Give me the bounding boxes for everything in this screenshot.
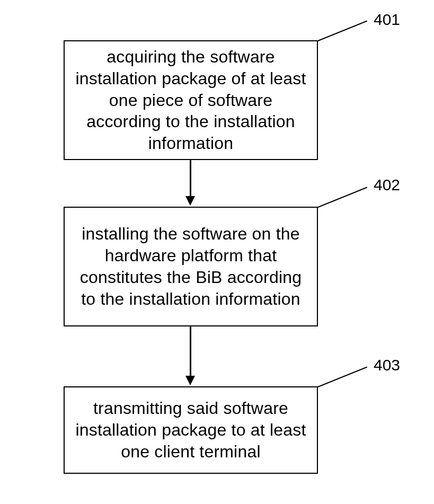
flow-step-402-text: installing the software on the hardware …	[74, 223, 307, 310]
flow-step-403: transmitting said software installation …	[64, 386, 318, 474]
leader-line-402	[318, 187, 367, 208]
arrow-2-stem	[190, 326, 191, 377]
flowchart-canvas: acquiring the software installation pack…	[0, 0, 434, 504]
leader-line-401	[318, 21, 367, 41]
flow-step-401: acquiring the software installation pack…	[64, 40, 318, 160]
flow-step-403-text: transmitting said software installation …	[74, 397, 307, 463]
label-402: 402	[374, 176, 400, 194]
arrow-1-head	[185, 196, 195, 206]
label-401: 401	[374, 11, 400, 29]
flow-step-402: installing the software on the hardware …	[64, 207, 318, 326]
arrow-1-stem	[190, 160, 191, 197]
label-403: 403	[374, 356, 400, 374]
leader-line-403	[318, 367, 367, 387]
flow-step-401-text: acquiring the software installation pack…	[74, 46, 307, 155]
arrow-2-head	[185, 376, 195, 385]
